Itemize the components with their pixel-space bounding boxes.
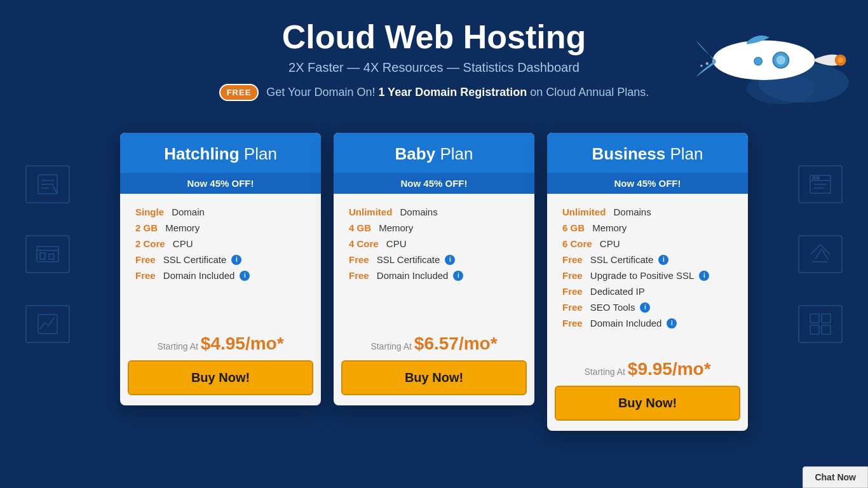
- hatchling-plan-name: Hatchling Plan: [130, 144, 311, 164]
- baby-feature-memory: 4 GB Memory: [349, 222, 519, 233]
- business-discount: Now 45% OFF!: [547, 173, 748, 194]
- baby-ssl-info-icon[interactable]: i: [445, 255, 455, 265]
- hatchling-feature-domain: Single Domain: [135, 207, 306, 217]
- business-plan-name: Business Plan: [557, 144, 738, 164]
- business-price: Starting At $9.95/mo*: [547, 346, 748, 386]
- hatchling-feature-ssl: Free SSL Certificate i: [135, 254, 306, 265]
- business-feature-ssl: Free SSL Certificate i: [562, 254, 733, 265]
- baby-feature-cpu: 4 Core CPU: [349, 238, 519, 249]
- baby-plan-name: Baby Plan: [344, 144, 524, 164]
- baby-feature-domain: Unlimited Domains: [349, 207, 519, 217]
- hatchling-domain-info-icon[interactable]: i: [240, 271, 250, 281]
- page-title: Cloud Web Hosting: [282, 19, 587, 55]
- hatchling-feature-cpu: 2 Core CPU: [135, 238, 306, 249]
- business-feature-dedicated-ip: Free Dedicated IP: [562, 286, 733, 297]
- baby-features: Unlimited Domains 4 GB Memory 4 Core CPU…: [334, 194, 534, 321]
- baby-domain-info-icon[interactable]: i: [453, 271, 463, 281]
- business-domain-info-icon[interactable]: i: [667, 318, 677, 329]
- business-seo-info-icon[interactable]: i: [640, 302, 650, 313]
- business-buy-button[interactable]: Buy Now!: [555, 386, 740, 421]
- baby-price: Starting At $6.57/mo*: [334, 321, 534, 360]
- hatchling-price: Starting At $4.95/mo*: [120, 321, 321, 360]
- plan-business: Business Plan Now 45% OFF! Unlimited Dom…: [547, 133, 748, 431]
- hatchling-ssl-info-icon[interactable]: i: [231, 255, 241, 265]
- business-feature-domain-included: Free Domain Included i: [562, 318, 733, 329]
- baby-header: Baby Plan: [334, 133, 534, 173]
- chat-now-button[interactable]: Chat Now: [803, 466, 868, 488]
- business-positive-ssl-info-icon[interactable]: i: [699, 271, 709, 281]
- baby-feature-ssl: Free SSL Certificate i: [349, 254, 519, 265]
- plans-container: Hatchling Plan Now 45% OFF! Single Domai…: [114, 133, 754, 431]
- business-feature-positive-ssl: Free Upgrade to Positive SSL i: [562, 270, 733, 281]
- baby-feature-domain-included: Free Domain Included i: [349, 270, 519, 281]
- free-banner-text: Get Your Domain On! 1 Year Domain Regist…: [266, 86, 649, 99]
- business-feature-cpu: 6 Core CPU: [562, 238, 733, 249]
- business-feature-memory: 6 GB Memory: [562, 222, 733, 233]
- hatchling-features: Single Domain 2 GB Memory 2 Core CPU Fre…: [120, 194, 321, 321]
- hatchling-header: Hatchling Plan: [120, 133, 321, 173]
- business-feature-seo: Free SEO Tools i: [562, 302, 733, 313]
- business-feature-domain: Unlimited Domains: [562, 207, 733, 217]
- baby-discount: Now 45% OFF!: [334, 173, 534, 194]
- page-subtitle: 2X Faster — 4X Resources — Statistics Da…: [288, 60, 580, 75]
- business-features: Unlimited Domains 6 GB Memory 6 Core CPU…: [547, 194, 748, 346]
- free-domain-banner: FREE Get Your Domain On! 1 Year Domain R…: [219, 84, 649, 101]
- business-header: Business Plan: [547, 133, 748, 173]
- plan-baby: ★ We Recommend Baby Plan Now 45% OFF! Un…: [334, 133, 534, 405]
- hatchling-buy-button[interactable]: Buy Now!: [128, 360, 313, 395]
- free-badge: FREE: [219, 84, 259, 101]
- baby-buy-button[interactable]: Buy Now!: [341, 360, 527, 395]
- hatchling-discount: Now 45% OFF!: [120, 173, 321, 194]
- hatchling-feature-domain-included: Free Domain Included i: [135, 270, 306, 281]
- hatchling-feature-memory: 2 GB Memory: [135, 222, 306, 233]
- business-ssl-info-icon[interactable]: i: [658, 255, 668, 265]
- plan-hatchling: Hatchling Plan Now 45% OFF! Single Domai…: [120, 133, 321, 405]
